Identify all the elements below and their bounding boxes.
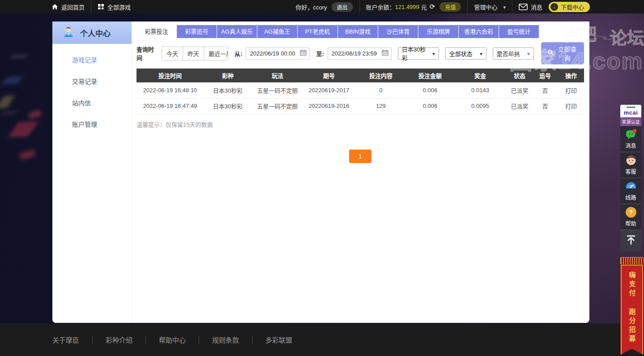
cell-play: 五星一码不定胆: [252, 98, 303, 114]
home-link[interactable]: 返回首页: [51, 3, 85, 11]
sidebar-item-game-records[interactable]: 游戏记录: [52, 49, 132, 71]
sidebar: 个人中心 游戏记录 交易记录 站内信 账户管理: [52, 21, 132, 323]
print-link[interactable]: 打印: [558, 82, 584, 98]
tip-text: 温馨提示：仅保留15天的数据: [136, 120, 584, 129]
tab-profit-stats[interactable]: 盈亏统计: [499, 25, 539, 38]
divider: [512, 0, 512, 13]
pagination: 1: [136, 150, 584, 163]
decoration: [8, 122, 38, 137]
to-date-field: [328, 47, 392, 60]
status-select[interactable]: 全部状态: [445, 47, 486, 60]
greeting-text: 你好，ccory: [295, 3, 327, 11]
speedometer-icon: [625, 180, 637, 192]
home-icon: [51, 4, 58, 10]
sidebar-item-site-mail[interactable]: 站内信: [52, 92, 132, 114]
main-panel: 个人中心 游戏记录 交易记录 站内信 账户管理 彩票投注 彩票追号 AG真人娱乐…: [52, 21, 589, 323]
calendar-icon[interactable]: [382, 49, 388, 57]
divider: [145, 336, 146, 344]
cell-chase: 否: [532, 82, 558, 98]
chevron-down-icon: [475, 50, 482, 57]
chat-bubble-icon: [625, 129, 637, 140]
table-header-row: 投注时间 彩种 玩法 期号 投注内容 投注金额 奖金 状态 追号 操作: [136, 69, 584, 82]
all-games-link[interactable]: 全部游戏: [98, 3, 131, 11]
col-action: 操作: [558, 69, 584, 82]
tab-bar: 彩票投注 彩票追号 AG真人娱乐 AG捕鱼王 PT老虎机 BBIN游戏 沙巴体育…: [136, 25, 584, 38]
divider: [252, 336, 252, 344]
balance-label: 账户余额：: [366, 3, 395, 11]
search-button[interactable]: 立即查询: [541, 42, 584, 64]
logout-button[interactable]: 退出: [332, 2, 353, 12]
float-lines-label: 线路: [625, 193, 636, 201]
sidebar-menu: 游戏记录 交易记录 站内信 账户管理: [52, 49, 132, 135]
search-button-label: 立即查询: [557, 44, 578, 62]
banner-ornament: [620, 257, 644, 264]
admin-center-label: 管理中心: [474, 3, 497, 11]
lottery-select-value: 日本30秒彩: [402, 45, 428, 62]
float-lines-button[interactable]: 线路: [620, 178, 641, 204]
float-message-button[interactable]: 消息: [620, 126, 641, 152]
col-content: 投注内容: [355, 69, 407, 82]
back-to-top-icon: [625, 234, 637, 248]
tab-bbin-games[interactable]: BBIN游戏: [338, 25, 378, 38]
lottery-select[interactable]: 日本30秒彩: [398, 47, 439, 60]
tab-ag-live[interactable]: AG真人娱乐: [217, 25, 257, 38]
to-date-input[interactable]: [332, 50, 382, 57]
chevron-down-icon: [500, 4, 506, 10]
col-lottery: 彩种: [204, 69, 252, 82]
bet-records-table: 投注时间 彩种 玩法 期号 投注内容 投注金额 奖金 状态 追号 操作 2022…: [136, 69, 584, 114]
download-center-button[interactable]: 下载中心: [549, 2, 590, 12]
query-time-label: 查询时间: [136, 45, 157, 62]
float-help-label: 帮助: [625, 219, 636, 227]
print-link[interactable]: 打印: [558, 98, 584, 114]
recharge-button[interactable]: 充值: [439, 2, 461, 12]
customer-service-icon: [625, 154, 637, 166]
cell-issue: 20220619-2017: [303, 82, 355, 98]
calendar-icon[interactable]: [300, 49, 307, 57]
tab-saba-sports[interactable]: 沙巴体育: [378, 25, 418, 38]
cell-lottery: 日本30秒彩: [204, 82, 252, 98]
page-1-button[interactable]: 1: [349, 150, 371, 163]
float-service-button[interactable]: 客服: [620, 152, 641, 178]
tab-pt-slots[interactable]: PT老虎机: [298, 25, 337, 38]
single-pick-select[interactable]: 是否单挑: [493, 47, 534, 60]
back-to-top-button[interactable]: [620, 230, 641, 251]
promo-banner[interactable]: 嗨支付 跑分招募: [620, 257, 644, 355]
cell-bet-time: 2022-06-19 16:47:49: [136, 98, 204, 114]
cell-status: 已派奖: [507, 82, 532, 98]
footer-link-about[interactable]: 关于摩臣: [52, 335, 79, 344]
cell-content: 0: [355, 82, 407, 98]
tab-hk-lottery[interactable]: 香港六合彩: [459, 25, 499, 38]
all-games-label: 全部游戏: [107, 3, 131, 11]
messages-link[interactable]: 消息: [519, 3, 542, 11]
decoration: [1, 77, 22, 84]
footer-link-lottery-intro[interactable]: 彩种介绍: [106, 335, 132, 344]
cell-prize: 0.0095: [453, 98, 507, 114]
divider: [92, 336, 93, 344]
today-button[interactable]: 今天: [162, 47, 183, 60]
decoration: [19, 150, 36, 160]
refresh-icon[interactable]: [427, 3, 435, 11]
mcai-logo[interactable]: mcai: [620, 105, 641, 117]
cell-status: 已派奖: [507, 98, 532, 114]
tab-leyou-chess[interactable]: 乐游棋牌: [418, 25, 458, 38]
chevron-down-icon: [428, 50, 435, 57]
float-help-button[interactable]: 帮助: [620, 204, 641, 230]
admin-center-menu[interactable]: 管理中心: [474, 3, 506, 11]
sidebar-item-transaction-records[interactable]: 交易记录: [52, 71, 132, 92]
banner-body: 嗨支付 跑分招募: [620, 264, 644, 355]
from-date-input[interactable]: [250, 50, 300, 57]
yesterday-button[interactable]: 昨天: [183, 47, 204, 60]
col-status: 状态: [507, 69, 532, 82]
tab-lottery-chase[interactable]: 彩票追号: [177, 25, 217, 38]
tab-ag-fishing[interactable]: AG捕鱼王: [257, 25, 297, 38]
query-bar: 查询时间 今天 昨天 最近一周 从: 至: 日本30秒彩: [136, 42, 584, 64]
footer-link-alliance[interactable]: 多彩联盟: [265, 335, 292, 344]
decoration: [2, 112, 17, 114]
sidebar-item-account-management[interactable]: 账户管理: [52, 114, 132, 135]
tab-lottery-bet[interactable]: 彩票投注: [136, 25, 176, 38]
logo-text: mcai: [624, 109, 638, 116]
last-week-button[interactable]: 最近一周: [204, 47, 228, 60]
footer-link-rules[interactable]: 规则条款: [212, 335, 239, 344]
footer-link-help-center[interactable]: 帮助中心: [159, 335, 186, 344]
col-issue: 期号: [303, 69, 355, 82]
